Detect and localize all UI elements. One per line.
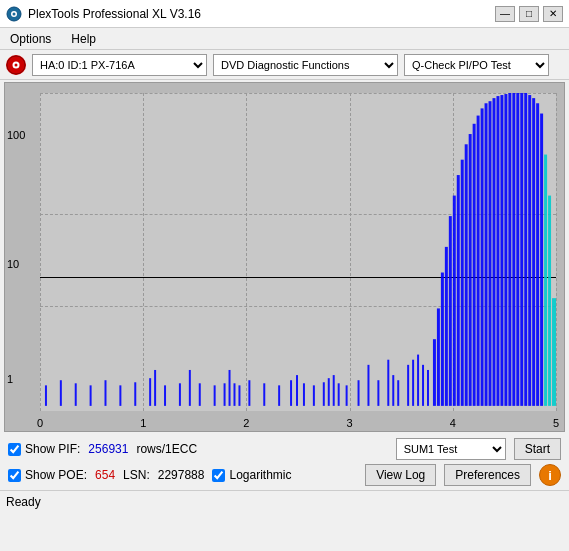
sum-test-select[interactable]: SUM1 Test xyxy=(396,438,506,460)
test-select[interactable]: Q-Check PI/PO Test xyxy=(404,54,549,76)
maximize-button[interactable]: □ xyxy=(519,6,539,22)
svg-rect-76 xyxy=(548,196,551,406)
show-poe-label[interactable]: Show POE: xyxy=(8,468,87,482)
svg-rect-77 xyxy=(552,298,556,406)
x-label-4: 4 xyxy=(450,417,456,429)
svg-rect-65 xyxy=(504,94,507,406)
svg-rect-30 xyxy=(313,385,315,406)
y-label-100: 100 xyxy=(7,129,25,141)
svg-rect-32 xyxy=(328,378,330,406)
title-bar: PlexTools Professional XL V3.16 — □ ✕ xyxy=(0,0,569,28)
drive-select[interactable]: HA:0 ID:1 PX-716A xyxy=(32,54,207,76)
logarithmic-label[interactable]: Logarithmic xyxy=(212,468,291,482)
svg-rect-47 xyxy=(433,339,436,406)
show-poe-checkbox[interactable] xyxy=(8,469,21,482)
minimize-button[interactable]: — xyxy=(495,6,515,22)
svg-rect-41 xyxy=(397,380,399,406)
show-pif-label[interactable]: Show PIF: xyxy=(8,442,80,456)
svg-rect-16 xyxy=(179,383,181,406)
svg-rect-52 xyxy=(453,196,456,406)
svg-rect-36 xyxy=(358,380,360,406)
svg-rect-60 xyxy=(485,103,488,406)
svg-rect-50 xyxy=(445,247,448,406)
x-label-5: 5 xyxy=(553,417,559,429)
svg-rect-11 xyxy=(119,385,121,406)
svg-rect-63 xyxy=(496,96,499,406)
svg-rect-55 xyxy=(465,144,468,406)
status-text: Ready xyxy=(6,495,41,509)
svg-rect-6 xyxy=(45,385,47,406)
menu-bar: Options Help xyxy=(0,28,569,50)
svg-rect-39 xyxy=(387,360,389,406)
svg-rect-27 xyxy=(290,380,292,406)
svg-rect-21 xyxy=(229,370,231,406)
close-button[interactable]: ✕ xyxy=(543,6,563,22)
svg-rect-8 xyxy=(75,383,77,406)
svg-rect-42 xyxy=(407,365,409,406)
svg-point-5 xyxy=(15,63,18,66)
title-bar-controls[interactable]: — □ ✕ xyxy=(495,6,563,22)
lsn-value: 2297888 xyxy=(158,468,205,482)
lsn-label: LSN: xyxy=(123,468,150,482)
svg-rect-56 xyxy=(469,134,472,406)
chart-inner: 0 1 2 3 4 5 xyxy=(40,93,556,411)
chart-area: 100 10 1 xyxy=(4,82,565,432)
toolbar: HA:0 ID:1 PX-716A DVD Diagnostic Functio… xyxy=(0,50,569,80)
svg-rect-15 xyxy=(164,385,166,406)
svg-rect-22 xyxy=(234,383,236,406)
svg-rect-73 xyxy=(536,103,539,406)
svg-rect-29 xyxy=(303,383,305,406)
svg-rect-43 xyxy=(412,360,414,406)
svg-rect-19 xyxy=(214,385,216,406)
svg-rect-48 xyxy=(437,308,440,405)
svg-rect-51 xyxy=(449,216,452,406)
y-label-1: 1 xyxy=(7,373,13,385)
svg-rect-66 xyxy=(508,93,511,406)
svg-rect-35 xyxy=(346,385,348,406)
svg-rect-75 xyxy=(544,155,547,406)
logarithmic-checkbox[interactable] xyxy=(212,469,225,482)
preferences-button[interactable]: Preferences xyxy=(444,464,531,486)
svg-rect-38 xyxy=(377,380,379,406)
x-label-0: 0 xyxy=(37,417,43,429)
svg-point-2 xyxy=(13,12,16,15)
app-icon xyxy=(6,6,22,22)
x-label-1: 1 xyxy=(140,417,146,429)
function-select[interactable]: DVD Diagnostic Functions xyxy=(213,54,398,76)
menu-help[interactable]: Help xyxy=(67,31,100,47)
rows-label: rows/1ECC xyxy=(136,442,197,456)
svg-rect-12 xyxy=(134,382,136,406)
svg-rect-67 xyxy=(512,93,515,406)
svg-rect-59 xyxy=(481,108,484,405)
bottom-controls: Show PIF: 256931 rows/1ECC SUM1 Test Sta… xyxy=(0,434,569,490)
svg-rect-70 xyxy=(524,93,527,406)
x-label-3: 3 xyxy=(347,417,353,429)
svg-rect-18 xyxy=(199,383,201,406)
svg-rect-49 xyxy=(441,273,444,406)
info-button[interactable]: i xyxy=(539,464,561,486)
y-label-10: 10 xyxy=(7,258,19,270)
svg-rect-54 xyxy=(461,160,464,406)
svg-rect-71 xyxy=(528,95,531,406)
pif-value: 256931 xyxy=(88,442,128,456)
start-button[interactable]: Start xyxy=(514,438,561,460)
chart-svg xyxy=(40,93,556,411)
window-title: PlexTools Professional XL V3.16 xyxy=(28,7,201,21)
svg-rect-17 xyxy=(189,370,191,406)
svg-rect-26 xyxy=(278,385,280,406)
svg-rect-23 xyxy=(238,385,240,406)
svg-rect-20 xyxy=(224,383,226,406)
svg-rect-72 xyxy=(532,98,535,406)
show-pif-checkbox[interactable] xyxy=(8,443,21,456)
svg-rect-25 xyxy=(263,383,265,406)
menu-options[interactable]: Options xyxy=(6,31,55,47)
view-log-button[interactable]: View Log xyxy=(365,464,436,486)
svg-rect-13 xyxy=(149,378,151,406)
svg-rect-40 xyxy=(392,375,394,406)
svg-rect-28 xyxy=(296,375,298,406)
svg-rect-57 xyxy=(473,124,476,406)
svg-rect-24 xyxy=(248,380,250,406)
svg-rect-62 xyxy=(492,98,495,406)
svg-rect-64 xyxy=(500,95,503,406)
svg-rect-7 xyxy=(60,380,62,406)
